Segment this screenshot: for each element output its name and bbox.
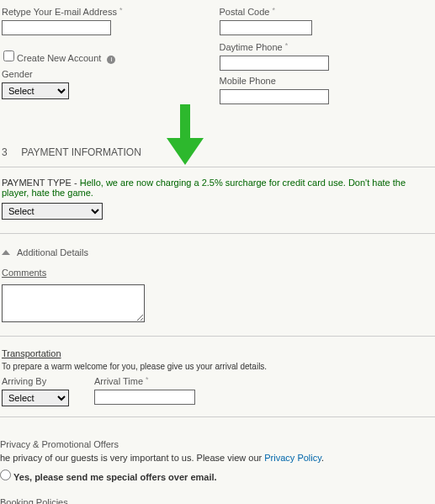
arrival-time-input[interactable]	[94, 390, 195, 405]
gender-label: Gender	[2, 69, 33, 79]
mobile-phone-input[interactable]	[220, 89, 329, 104]
separator	[0, 336, 435, 337]
separator	[0, 416, 435, 417]
mobile-phone-label: Mobile Phone	[220, 76, 276, 86]
comments-textarea[interactable]	[2, 284, 145, 322]
daytime-phone-label: Daytime Phone	[220, 42, 283, 52]
section-number: 3	[2, 146, 19, 158]
required-asterisk: *	[119, 6, 123, 14]
required-asterisk: *	[272, 6, 275, 14]
section-header-payment: 3 PAYMENT INFORMATION	[0, 130, 435, 167]
privacy-text-end: .	[321, 453, 324, 463]
separator	[0, 233, 435, 234]
additional-details-label: Additional Details	[17, 247, 88, 257]
privacy-text: he privacy of our guests is very importa…	[0, 453, 264, 463]
arriving-by-select[interactable]: Select	[2, 390, 69, 406]
retype-email-label: Retype Your E-mail Address	[2, 7, 117, 17]
required-asterisk: *	[146, 375, 149, 384]
postal-code-input[interactable]	[220, 20, 312, 35]
arriving-by-label: Arriving By	[2, 376, 69, 386]
privacy-heading: Privacy & Promotional Offers	[0, 427, 435, 449]
transportation-desc: To prepare a warm welcome for you, pleas…	[0, 360, 435, 373]
info-icon[interactable]: i	[107, 56, 115, 64]
postal-code-label: Postal Code	[220, 7, 270, 17]
required-asterisk: *	[285, 41, 289, 50]
create-account-label: Create New Account	[17, 53, 101, 63]
retype-email-input[interactable]	[2, 20, 111, 35]
payment-type-label: PAYMENT TYPE -	[2, 178, 80, 188]
additional-details-toggle[interactable]: Additional Details	[0, 244, 435, 261]
offers-radio[interactable]	[0, 470, 11, 480]
arrival-time-label: Arrival Time	[94, 376, 143, 386]
gender-select[interactable]: Select	[2, 82, 69, 99]
booking-heading: Booking Policies	[0, 485, 435, 504]
offers-label: Yes, please send me special offers over …	[13, 472, 217, 482]
section-title: PAYMENT INFORMATION	[21, 146, 141, 158]
caret-up-icon	[2, 250, 10, 255]
payment-type-select[interactable]: Select	[2, 203, 103, 220]
privacy-policy-link[interactable]: Privacy Policy	[264, 453, 321, 463]
transportation-heading: Transportation	[0, 347, 435, 360]
create-account-checkbox[interactable]	[3, 50, 14, 61]
daytime-phone-input[interactable]	[220, 56, 329, 71]
comments-label: Comments	[2, 268, 46, 278]
